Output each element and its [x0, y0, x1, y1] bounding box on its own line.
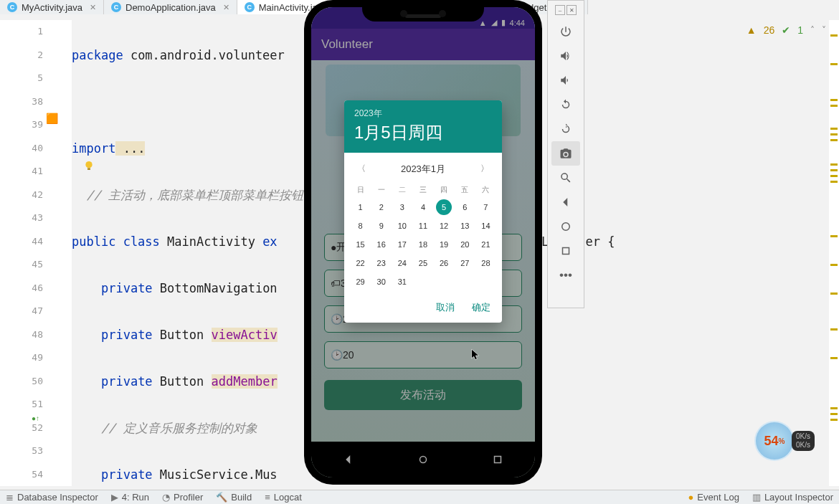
calendar-day[interactable]: 22 — [350, 254, 371, 272]
dow: 六 — [475, 182, 496, 198]
date-picker-header: 2023年 1月5日周四 — [344, 100, 502, 153]
database-icon: ≣ — [6, 492, 14, 503]
picker-year[interactable]: 2023年 — [354, 108, 492, 120]
line-number: 39 — [0, 113, 43, 137]
net-pct-badge: 54% — [754, 421, 795, 461]
layout-icon: ▥ — [752, 492, 761, 503]
calendar-day[interactable]: 27 — [455, 254, 475, 272]
more-icon[interactable]: ••• — [551, 263, 580, 287]
calendar-day[interactable]: 10 — [392, 217, 412, 235]
calendar-day[interactable]: 29 — [350, 272, 371, 291]
calendar-day[interactable]: 9 — [371, 217, 392, 235]
profiler-tab[interactable]: ◔Profiler — [162, 492, 203, 503]
back-icon[interactable] — [551, 190, 580, 214]
camera-icon[interactable] — [551, 141, 580, 166]
next-month-icon[interactable]: 〉 — [476, 160, 493, 178]
zoom-icon[interactable] — [551, 166, 580, 190]
calendar-day[interactable]: 6 — [455, 198, 475, 217]
volume-down-icon[interactable] — [551, 68, 580, 92]
calendar-day[interactable]: 30 — [371, 272, 392, 291]
layout-inspector-tab[interactable]: ▥Layout Inspector — [752, 492, 833, 503]
error-stripe[interactable] — [829, 20, 839, 486]
line-number: 47 — [0, 300, 43, 323]
net-rates: 0K/s0K/s — [792, 431, 815, 451]
dow: 五 — [455, 182, 475, 198]
java-class-icon: C — [245, 2, 255, 12]
calendar-day[interactable]: 8 — [350, 217, 371, 235]
logcat-tab[interactable]: ≡Logcat — [265, 492, 302, 503]
java-class-icon: C — [111, 2, 121, 12]
dow: 日 — [350, 182, 371, 198]
dow: 四 — [434, 182, 455, 198]
rotate-left-icon[interactable] — [551, 92, 580, 117]
home-icon[interactable] — [551, 214, 580, 239]
calendar-day[interactable]: 31 — [392, 272, 412, 291]
emulator-device: ▲ ◢ ▮ 4:44 Volunteer ●开 🏷30 🕑20 🕑20 发布活动… — [304, 0, 542, 485]
database-inspector-tab[interactable]: ≣Database Inspector — [6, 492, 98, 503]
calendar-day[interactable]: 18 — [412, 235, 433, 254]
hammer-icon: 🔨 — [216, 492, 227, 503]
volume-up-icon[interactable] — [551, 44, 580, 68]
calendar-day[interactable]: 4 — [412, 198, 433, 217]
mouse-cursor-icon — [471, 349, 481, 362]
prev-month-icon[interactable]: 〈 — [353, 160, 370, 178]
calendar-day[interactable]: 15 — [350, 235, 371, 254]
calendar-day[interactable]: 23 — [371, 254, 392, 272]
event-log-icon: ● — [688, 492, 693, 503]
calendar-day[interactable]: 1 — [350, 198, 371, 217]
close-icon[interactable]: ✕ — [223, 3, 229, 12]
picker-month[interactable]: 2023年1月 — [401, 163, 445, 176]
calendar-day[interactable]: 14 — [475, 217, 496, 235]
emulator-screen[interactable]: ▲ ◢ ▮ 4:44 Volunteer ●开 🏷30 🕑20 🕑20 发布活动… — [311, 7, 535, 477]
calendar-day[interactable]: 5 — [434, 198, 455, 217]
calendar-day[interactable]: 21 — [475, 235, 496, 254]
calendar-grid: 日 一 二 三 四 五 六 12345678910111213141516171… — [344, 181, 502, 295]
calendar-day — [434, 272, 455, 291]
calendar-day[interactable]: 25 — [412, 254, 433, 272]
overview-icon[interactable] — [551, 239, 580, 263]
run-tab[interactable]: ▶4: Run — [111, 492, 149, 503]
tab-label: MyActivity.java — [22, 2, 82, 13]
override-gutter-icon[interactable]: 🟧 — [46, 113, 58, 124]
root: { "tabs": [ {"label":"MyActivity.java","… — [0, 0, 839, 504]
minimize-icon[interactable]: – — [555, 5, 565, 15]
impl-gutter-icon[interactable]: ●↑ — [32, 414, 39, 422]
rotate-right-icon[interactable] — [551, 117, 580, 141]
close-icon[interactable]: ✕ — [567, 5, 577, 15]
calendar-day[interactable]: 19 — [434, 235, 455, 254]
line-number: 46 — [0, 277, 43, 300]
calendar-day[interactable]: 26 — [434, 254, 455, 272]
line-number: 51 — [0, 393, 43, 417]
event-log-tab[interactable]: ●Event Log — [688, 492, 739, 503]
ide-bottom-bar: ≣Database Inspector ▶4: Run ◔Profiler 🔨B… — [0, 490, 839, 504]
ok-button[interactable]: 确定 — [472, 301, 490, 314]
svg-rect-3 — [563, 248, 569, 255]
dow: 一 — [371, 182, 392, 198]
calendar-day[interactable]: 17 — [392, 235, 412, 254]
calendar-day[interactable]: 11 — [412, 217, 433, 235]
line-number: 1 — [0, 20, 43, 44]
calendar-day[interactable]: 12 — [434, 217, 455, 235]
cancel-button[interactable]: 取消 — [436, 301, 455, 314]
line-number: 42 — [0, 184, 43, 207]
dow: 二 — [392, 182, 412, 198]
calendar-day[interactable]: 2 — [371, 198, 392, 217]
tab-demoapplication[interactable]: CDemoApplication.java✕ — [104, 0, 237, 14]
calendar-day[interactable]: 20 — [455, 235, 475, 254]
power-icon[interactable] — [551, 19, 580, 44]
line-number: 54 — [0, 463, 43, 487]
calendar-day[interactable]: 3 — [392, 198, 412, 217]
date-picker-dialog: 2023年 1月5日周四 〈 2023年1月 〉 日 一 二 三 四 五 — [344, 100, 502, 323]
calendar-day[interactable]: 28 — [475, 254, 496, 272]
close-icon[interactable]: ✕ — [90, 3, 96, 12]
calendar-day[interactable]: 13 — [455, 217, 475, 235]
tab-label: DemoApplication.java — [125, 2, 216, 13]
dialog-actions: 取消 确定 — [344, 295, 502, 323]
line-number: 40 — [0, 137, 43, 161]
network-widget[interactable]: 54% 0K/s0K/s — [754, 421, 815, 461]
calendar-day[interactable]: 16 — [371, 235, 392, 254]
calendar-day[interactable]: 24 — [392, 254, 412, 272]
tab-myactivity[interactable]: CMyActivity.java✕ — [0, 0, 104, 14]
calendar-day[interactable]: 7 — [475, 198, 496, 217]
build-tab[interactable]: 🔨Build — [216, 492, 252, 503]
